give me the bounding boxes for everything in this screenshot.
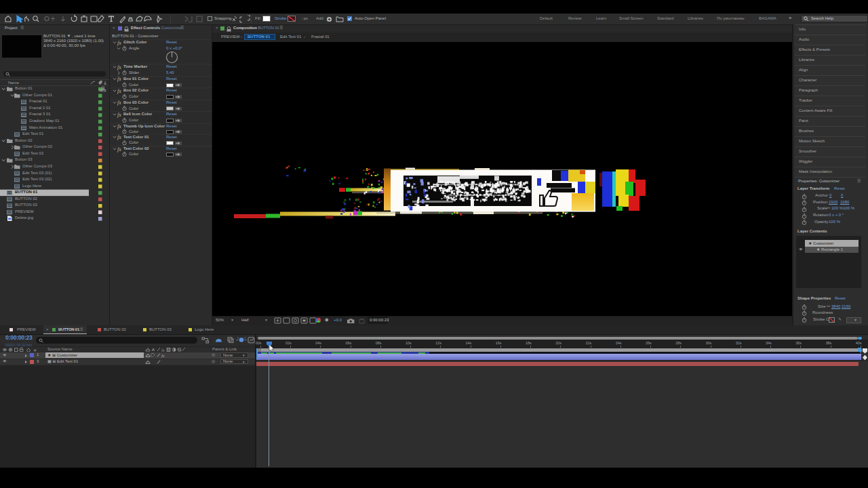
svg-text:fx: fx — [117, 123, 121, 129]
svg-text:#: # — [34, 348, 37, 352]
svg-text:fx: fx — [117, 76, 121, 82]
svg-text:fx: fx — [117, 134, 121, 140]
svg-text:fx: fx — [117, 100, 121, 106]
svg-text:fx: fx — [117, 88, 121, 94]
svg-text:fx: fx — [117, 112, 121, 118]
svg-text:fx: fx — [117, 146, 121, 152]
svg-text:fx: fx — [161, 353, 165, 358]
svg-text:fx: fx — [117, 64, 121, 70]
svg-text:fx: fx — [117, 40, 121, 46]
svg-text:fx: fx — [161, 347, 165, 352]
